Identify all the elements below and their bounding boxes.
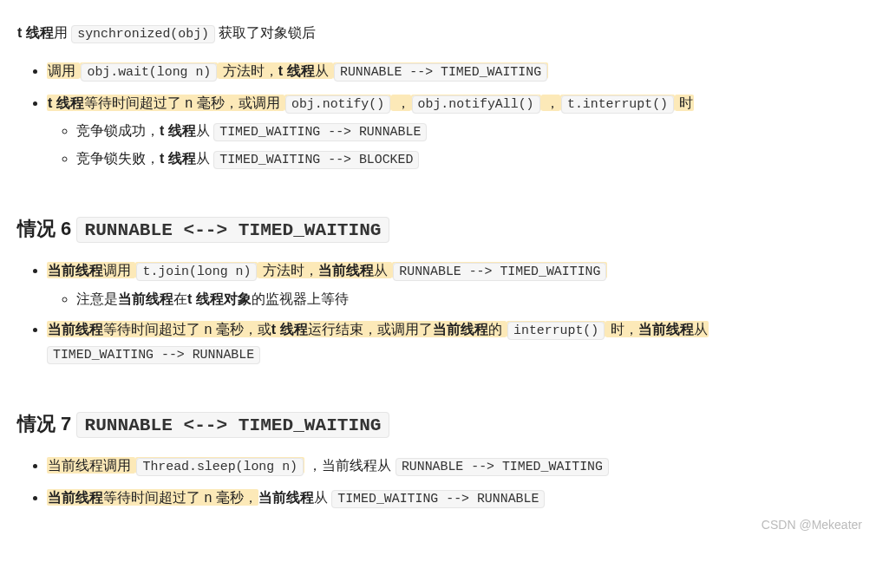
intro-bold: t 线程 (17, 25, 54, 40)
hl-span: 当前线程调用 (47, 262, 135, 278)
text: 从 (196, 151, 213, 166)
hl-code-wrap: interrupt() (507, 321, 605, 337)
intro-line: t 线程用 synchronized(obj) 获取了对象锁后 (17, 21, 859, 45)
code: TIMED_WAITING --> RUNNABLE (331, 490, 545, 508)
text: 方法时， (219, 63, 278, 78)
code: TIMED_WAITING --> RUNNABLE (213, 123, 427, 141)
code: RUNNABLE --> TIMED_WAITING (393, 263, 606, 281)
text: 的监视器上等待 (252, 291, 349, 306)
bold: 当前线程 (48, 490, 103, 505)
sublist: 竞争锁成功，t 线程从 TIMED_WAITING --> RUNNABLE 竞… (47, 119, 859, 172)
intro-text1: 用 (54, 25, 71, 40)
list-item: 竞争锁成功，t 线程从 TIMED_WAITING --> RUNNABLE (76, 119, 859, 143)
text: 竞争锁失败， (76, 151, 160, 166)
code: TIMED_WAITING --> RUNNABLE (47, 346, 260, 364)
list-case-6: 当前线程调用 t.join(long n) 方法时，当前线程从 RUNNABLE… (17, 258, 859, 366)
list-item: 调用 obj.wait(long n) 方法时，t 线程从 RUNNABLE -… (47, 59, 859, 83)
bold: t 线程 (48, 95, 84, 110)
text: 调用 (103, 263, 134, 278)
heading-case-7: 情况 7 RUNNABLE <--> TIMED_WAITING (17, 408, 859, 441)
hl-span: 当前线程等待时间超过了 n 毫秒，或t 线程运行结束，或调用了当前线程的 (47, 321, 507, 337)
bold: 当前线程 (48, 263, 103, 278)
intro-suffix: 获取了对象锁后 (215, 25, 316, 40)
bold: t 线程 (160, 123, 196, 138)
text: 从 (315, 63, 332, 78)
list-item: t 线程等待时间超过了 n 毫秒，或调用 obj.notify() ，obj.n… (47, 91, 859, 172)
bold: t 线程 (160, 151, 196, 166)
bold: 当前线程 (118, 291, 173, 306)
hl-span: 调用 (47, 62, 80, 79)
text: 注意是 (76, 291, 118, 306)
list-case-7: 当前线程调用 Thread.sleep(long n) ，当前线程从 RUNNA… (17, 454, 859, 510)
heading-prefix: 情况 6 (17, 218, 76, 239)
hl-code-wrap: obj.notifyAll() (411, 95, 541, 111)
bold: t 线程对象 (187, 291, 252, 306)
hl-code-wrap: obj.notify() (284, 95, 391, 111)
code: RUNNABLE --> TIMED_WAITING (334, 63, 547, 82)
code: TIMED_WAITING --> BLOCKED (213, 151, 419, 169)
text: 从 (196, 123, 213, 138)
hl-code-wrap: RUNNABLE --> TIMED_WAITING (392, 262, 607, 278)
bold: 当前线程 (433, 322, 488, 336)
text: 的 (488, 322, 506, 336)
heading-case-6: 情况 6 RUNNABLE <--> TIMED_WAITING (17, 212, 859, 246)
sublist: 注意是当前线程在t 线程对象的监视器上等待 (47, 287, 859, 310)
hl-span: t 线程等待时间超过了 n 毫秒，或调用 (47, 95, 284, 111)
text: 等待时间超过了 n 毫秒， (103, 490, 258, 505)
code: obj.wait(long n) (81, 63, 217, 82)
hl-code-wrap: obj.wait(long n) (80, 62, 218, 79)
text: 从 (374, 263, 391, 278)
hl-span: 当前线程等待时间超过了 n 毫秒， (47, 489, 258, 506)
text: 从 (314, 490, 331, 505)
hl-code-wrap: t.join(long n) (135, 262, 258, 278)
bold: 当前线程 (318, 263, 374, 278)
intro-code1: synchronized(obj) (71, 25, 215, 43)
list-1: 调用 obj.wait(long n) 方法时，t 线程从 RUNNABLE -… (17, 59, 859, 171)
list-item: 注意是当前线程在t 线程对象的监视器上等待 (76, 287, 859, 310)
list-item: 当前线程调用 t.join(long n) 方法时，当前线程从 RUNNABLE… (47, 258, 859, 310)
code: RUNNABLE --> TIMED_WAITING (396, 458, 609, 476)
text: 调用 (48, 63, 79, 78)
text: 在 (173, 291, 187, 306)
list-item: 竞争锁失败，t 线程从 TIMED_WAITING --> BLOCKED (76, 147, 859, 171)
hl-span: ， (541, 95, 560, 111)
code: t.interrupt() (561, 95, 674, 114)
text: 竞争锁成功， (76, 123, 160, 138)
text: 时， (606, 322, 637, 336)
hl-span: 方法时，t 线程从 (218, 62, 333, 79)
code: Thread.sleep(long n) (136, 458, 304, 476)
code: t.join(long n) (136, 263, 257, 281)
text: 等待时间超过了 n 毫秒，或 (103, 322, 271, 336)
hl-code-wrap: Thread.sleep(long n) (135, 457, 304, 474)
bold: 当前线程 (638, 322, 694, 336)
code: interrupt() (507, 322, 605, 340)
text: 方法时， (258, 263, 317, 278)
code: obj.notifyAll() (412, 95, 540, 114)
code: obj.notify() (285, 95, 390, 114)
text: ，当前线程从 (304, 458, 396, 473)
text: 等待时间超过了 n 毫秒，或调用 (84, 95, 284, 110)
text: 运行结束，或调用了 (308, 322, 433, 336)
list-item: 当前线程调用 Thread.sleep(long n) ，当前线程从 RUNNA… (47, 454, 859, 478)
list-item: 当前线程等待时间超过了 n 毫秒，或t 线程运行结束，或调用了当前线程的 int… (47, 317, 859, 367)
bold: 当前线程 (48, 322, 103, 336)
hl-span: 当前线程调用 (47, 457, 135, 474)
heading-code: RUNNABLE <--> TIMED_WAITING (76, 217, 389, 243)
watermark: CSDN @Mekeater (762, 515, 862, 536)
hl-code-wrap: RUNNABLE --> TIMED_WAITING (333, 62, 548, 79)
text: 从 (694, 322, 708, 336)
bold: t 线程 (271, 322, 308, 336)
hl-span: 方法时，当前线程从 (258, 262, 392, 278)
heading-code: RUNNABLE <--> TIMED_WAITING (76, 412, 389, 438)
hl-span: 时 (675, 95, 694, 111)
heading-prefix: 情况 7 (17, 413, 76, 434)
hl-span: ， (391, 95, 410, 111)
bold: t 线程 (278, 63, 315, 78)
hl-code-wrap: t.interrupt() (560, 95, 675, 111)
list-item: 当前线程等待时间超过了 n 毫秒，当前线程从 TIMED_WAITING -->… (47, 486, 859, 510)
bold: 当前线程 (258, 490, 314, 505)
hl-span: 时，当前线程从 (605, 321, 708, 337)
